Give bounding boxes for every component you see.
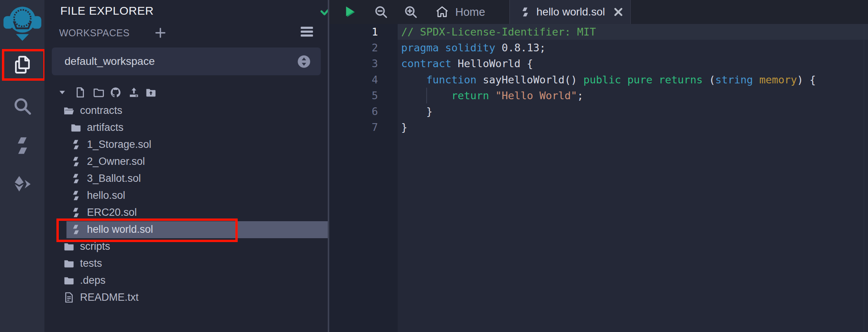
file-explorer-panel: FILE EXPLORER WORKSPACES default_workspa… — [44, 0, 328, 332]
run-button[interactable] — [341, 3, 359, 21]
code-token: ( — [703, 74, 715, 86]
zoom-out-button[interactable] — [374, 5, 388, 19]
solidity-file-icon — [70, 156, 82, 168]
editor-region: Homehello world.sol 1// SPDX-License-Ide… — [328, 0, 868, 332]
tree-item-label: contracts — [80, 105, 123, 117]
solidity-file-icon — [519, 6, 531, 18]
workspace-select-value: default_workspace — [65, 55, 297, 68]
code-token: 0.8.13; — [495, 42, 546, 54]
select-arrows-icon — [297, 55, 311, 68]
tree-item-deps[interactable]: .deps — [44, 272, 328, 289]
tree-item-hello-world-sol[interactable]: hello world.sol — [44, 221, 328, 238]
editor-toolbar — [329, 0, 425, 24]
workspaces-label: WORKSPACES — [59, 27, 129, 39]
line-number: 4 — [329, 72, 398, 88]
tree-item-label: 3_Ballot.sol — [87, 173, 141, 185]
code-token: memory — [759, 74, 797, 86]
line-number: 5 — [329, 88, 398, 103]
files-icon — [12, 54, 33, 75]
folder-icon — [63, 241, 75, 252]
code-line-6[interactable]: 6 } — [329, 103, 868, 119]
panel-title: FILE EXPLORER — [60, 4, 154, 17]
tree-item-tests[interactable]: tests — [44, 255, 328, 272]
workspace-select[interactable]: default_workspace — [52, 47, 321, 75]
solidity-file-icon — [70, 190, 82, 202]
tab-hello-world-sol[interactable]: hello world.sol — [509, 0, 631, 24]
add-workspace-button[interactable] — [154, 26, 167, 39]
sidebar-item-deploy-and-run[interactable] — [0, 168, 44, 201]
line-number: 3 — [329, 56, 398, 71]
tree-item-3-ballot-sol[interactable]: 3_Ballot.sol — [44, 170, 328, 187]
upload-folder-button[interactable] — [145, 86, 157, 98]
hamburger-menu-icon[interactable] — [299, 24, 315, 39]
tab-home[interactable]: Home — [425, 0, 509, 24]
solidity-file-icon — [70, 173, 82, 185]
line-number: 1 — [329, 24, 398, 40]
app-logo[interactable] — [3, 2, 42, 42]
code-token — [652, 74, 659, 86]
editor-tab-bar: Homehello world.sol — [329, 0, 868, 24]
code-token: return — [451, 90, 489, 102]
tree-item-readme-txt[interactable]: README.txt — [44, 289, 328, 306]
code-line-5[interactable]: 5 return "Hello World"; — [329, 88, 868, 103]
code-token — [439, 42, 445, 54]
code-line-2[interactable]: 2pragma solidity 0.8.13; — [329, 40, 868, 56]
folder-icon — [70, 122, 82, 134]
publish-to-gist-button[interactable] — [110, 86, 122, 98]
line-number: 2 — [329, 40, 398, 56]
file-tree: contractsartifacts1_Storage.sol2_Owner.s… — [44, 102, 328, 306]
activity-bar — [0, 0, 44, 332]
close-icon[interactable] — [613, 6, 624, 18]
code-token: ) { — [797, 74, 816, 86]
new-file-button[interactable] — [74, 86, 86, 98]
tree-item-label: ERC20.sol — [87, 207, 137, 219]
upload-file-button[interactable] — [128, 86, 140, 98]
folder-open-icon — [63, 105, 75, 117]
tree-item-label: artifacts — [87, 122, 124, 134]
code-token — [621, 74, 627, 86]
sidebar-item-solidity-compiler[interactable] — [0, 129, 44, 162]
tab-label: Home — [455, 6, 485, 19]
sidebar-item-file-explorer[interactable] — [0, 48, 44, 81]
file-tree-toolbar — [44, 84, 328, 100]
tree-item-2-owner-sol[interactable]: 2_Owner.sol — [44, 153, 328, 170]
code-line-1[interactable]: 1// SPDX-License-Identifier: MIT — [329, 24, 868, 40]
code-token: string — [715, 74, 753, 86]
code-line-4[interactable]: 4 function sayHelloWorld() public pure r… — [329, 72, 868, 88]
tree-item-artifacts[interactable]: artifacts — [44, 119, 328, 136]
tree-item-hello-sol[interactable]: hello.sol — [44, 187, 328, 204]
folder-icon — [63, 257, 75, 269]
code-token: ; — [577, 90, 583, 102]
code-token: contract — [401, 58, 451, 69]
home-icon — [435, 5, 449, 19]
solidity-file-icon — [70, 139, 82, 151]
code-token: } — [401, 105, 432, 117]
tree-item-1-storage-sol[interactable]: 1_Storage.sol — [44, 136, 328, 153]
code-token: returns — [659, 74, 703, 86]
code-token: solidity — [445, 42, 495, 54]
zoom-in-button[interactable] — [403, 5, 418, 19]
code-token — [489, 90, 495, 102]
editor-scrollbar[interactable] — [864, 24, 868, 332]
tree-item-label: hello.sol — [87, 190, 125, 202]
indent-guide — [426, 88, 427, 103]
code-line-7[interactable]: 7} — [329, 119, 868, 135]
tree-item-label: .deps — [80, 274, 106, 286]
code-token: // SPDX-License-Identifier: MIT — [401, 26, 596, 38]
search-icon — [12, 96, 33, 117]
tab-label: hello world.sol — [536, 6, 609, 18]
code-token: public — [583, 74, 621, 86]
folder-icon — [63, 274, 75, 286]
code-token: HelloWorld { — [451, 58, 533, 69]
new-folder-button[interactable] — [93, 86, 105, 98]
code-editor[interactable]: 1// SPDX-License-Identifier: MIT2pragma … — [329, 24, 868, 332]
tree-item-label: tests — [80, 257, 102, 269]
sidebar-item-search[interactable] — [0, 90, 44, 123]
solidity-file-icon — [70, 207, 82, 219]
tree-item-label: 1_Storage.sol — [87, 139, 151, 151]
code-line-3[interactable]: 3contract HelloWorld { — [329, 56, 868, 71]
code-token: } — [401, 121, 407, 133]
tree-item-contracts[interactable]: contracts — [44, 102, 328, 119]
code-token: function — [426, 74, 477, 86]
collapse-tree-button[interactable] — [57, 87, 67, 97]
